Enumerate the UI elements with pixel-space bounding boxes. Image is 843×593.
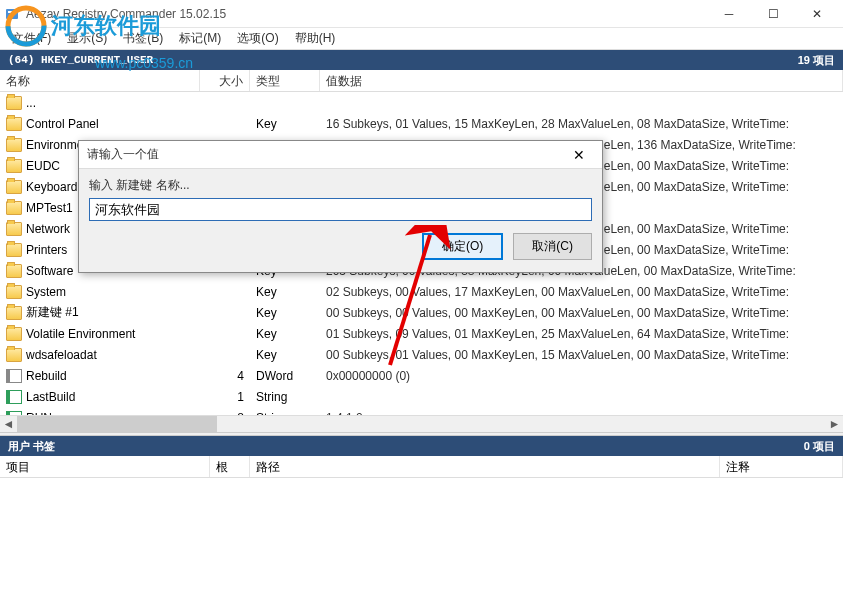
table-row[interactable]: wdsafeloadatKey00 Subkeys, 01 Values, 00…	[0, 344, 843, 365]
table-row[interactable]: Volatile EnvironmentKey01 Subkeys, 09 Va…	[0, 323, 843, 344]
row-name: Control Panel	[26, 117, 99, 131]
row-name: LastBuild	[26, 390, 75, 404]
row-name: ...	[26, 96, 36, 110]
row-data: 00 Subkeys, 00 Values, 00 MaxKeyLen, 00 …	[320, 304, 843, 322]
row-data: 01 Subkeys, 09 Values, 01 MaxKeyLen, 25 …	[320, 325, 843, 343]
window-title: Aezay Registry Commander 15.02.15	[26, 7, 707, 21]
row-name: System	[26, 285, 66, 299]
row-name: 新建键 #1	[26, 304, 79, 321]
file-icon	[6, 390, 22, 404]
col-name[interactable]: 名称	[0, 70, 200, 91]
row-name: EUDC	[26, 159, 60, 173]
row-data	[320, 101, 843, 105]
folder-icon	[6, 117, 22, 131]
file-icon	[6, 369, 22, 383]
menu-view[interactable]: 显示(S)	[59, 28, 115, 49]
svg-rect-2	[6, 9, 18, 19]
row-data	[320, 395, 843, 399]
scroll-thumb[interactable]	[17, 416, 217, 432]
minimize-button[interactable]: ─	[707, 0, 751, 28]
folder-icon	[6, 327, 22, 341]
menu-bookmark[interactable]: 书签(B)	[115, 28, 171, 49]
row-name: Printers	[26, 243, 67, 257]
row-name: wdsafeloadat	[26, 348, 97, 362]
table-row[interactable]: Control PanelKey16 Subkeys, 01 Values, 1…	[0, 113, 843, 134]
menu-file[interactable]: 文件(F)	[4, 28, 59, 49]
scrollbar-horizontal[interactable]: ◄ ►	[0, 415, 843, 432]
row-name: MPTest1	[26, 201, 73, 215]
table-row[interactable]: ...	[0, 92, 843, 113]
row-data: 00 Subkeys, 01 Values, 00 MaxKeyLen, 15 …	[320, 346, 843, 364]
row-type: Key	[250, 304, 320, 322]
row-size	[200, 311, 250, 315]
folder-icon	[6, 243, 22, 257]
row-size: 1	[200, 388, 250, 406]
maximize-button[interactable]: ☐	[751, 0, 795, 28]
folder-icon	[6, 201, 22, 215]
menu-mark[interactable]: 标记(M)	[171, 28, 229, 49]
item-count: 19 项目	[798, 53, 835, 68]
col-path[interactable]: 路径	[250, 456, 720, 477]
folder-icon	[6, 180, 22, 194]
row-type: DWord	[250, 367, 320, 385]
col-item[interactable]: 项目	[0, 456, 210, 477]
col-size[interactable]: 大小	[200, 70, 250, 91]
table-row[interactable]: SystemKey02 Subkeys, 00 Values, 17 MaxKe…	[0, 281, 843, 302]
table-row[interactable]: 新建键 #1Key00 Subkeys, 00 Values, 00 MaxKe…	[0, 302, 843, 323]
bookmark-path-bar: 用户 书签 0 项目	[0, 436, 843, 456]
col-root[interactable]: 根	[210, 456, 250, 477]
table-row[interactable]: RUN8String1.4.1.0	[0, 407, 843, 415]
bookmark-header: 项目 根 路径 注释	[0, 456, 843, 478]
menu-options[interactable]: 选项(O)	[229, 28, 286, 49]
row-type: Key	[250, 346, 320, 364]
row-size	[200, 122, 250, 126]
row-type: Key	[250, 283, 320, 301]
folder-icon	[6, 222, 22, 236]
folder-icon	[6, 348, 22, 362]
dialog-close-button[interactable]: ✕	[564, 147, 594, 163]
input-dialog: 请输入一个值 ✕ 输入 新建键 名称... 确定(O) 取消(C)	[78, 140, 603, 273]
scroll-right-icon[interactable]: ►	[826, 416, 843, 432]
close-button[interactable]: ✕	[795, 0, 839, 28]
bookmark-count: 0 项目	[804, 439, 835, 454]
folder-icon	[6, 285, 22, 299]
dialog-titlebar: 请输入一个值 ✕	[79, 141, 602, 169]
table-row[interactable]: Rebuild4DWord0x00000000 (0)	[0, 365, 843, 386]
row-name: Software	[26, 264, 73, 278]
row-size	[200, 353, 250, 357]
row-size: 4	[200, 367, 250, 385]
svg-rect-3	[8, 11, 16, 13]
row-data: 02 Subkeys, 00 Values, 17 MaxKeyLen, 00 …	[320, 283, 843, 301]
col-type[interactable]: 类型	[250, 70, 320, 91]
dialog-label: 输入 新建键 名称...	[89, 177, 592, 194]
registry-path-bar: (64) HKEY_CURRENT_USER 19 项目	[0, 50, 843, 70]
col-data[interactable]: 值数据	[320, 70, 843, 91]
menu-help[interactable]: 帮助(H)	[287, 28, 344, 49]
row-size	[200, 101, 250, 105]
dialog-input[interactable]	[89, 198, 592, 221]
titlebar: Aezay Registry Commander 15.02.15 ─ ☐ ✕	[0, 0, 843, 28]
menubar: 文件(F) 显示(S) 书签(B) 标记(M) 选项(O) 帮助(H)	[0, 28, 843, 50]
dialog-title: 请输入一个值	[87, 146, 564, 163]
registry-path: (64) HKEY_CURRENT_USER	[8, 54, 798, 66]
row-size	[200, 290, 250, 294]
row-type: Key	[250, 325, 320, 343]
bookmark-list[interactable]	[0, 478, 843, 593]
folder-icon	[6, 138, 22, 152]
folder-icon	[6, 159, 22, 173]
row-data: 16 Subkeys, 01 Values, 15 MaxKeyLen, 28 …	[320, 115, 843, 133]
ok-button[interactable]: 确定(O)	[422, 233, 503, 260]
row-name: Volatile Environment	[26, 327, 135, 341]
cancel-button[interactable]: 取消(C)	[513, 233, 592, 260]
row-size	[200, 332, 250, 336]
row-name: Rebuild	[26, 369, 67, 383]
row-type: String	[250, 388, 320, 406]
col-comment[interactable]: 注释	[720, 456, 843, 477]
row-data: 0x00000000 (0)	[320, 367, 843, 385]
row-type: Key	[250, 115, 320, 133]
folder-icon	[6, 306, 22, 320]
scroll-left-icon[interactable]: ◄	[0, 416, 17, 432]
list-header: 名称 大小 类型 值数据	[0, 70, 843, 92]
row-type	[250, 101, 320, 105]
table-row[interactable]: LastBuild1String	[0, 386, 843, 407]
